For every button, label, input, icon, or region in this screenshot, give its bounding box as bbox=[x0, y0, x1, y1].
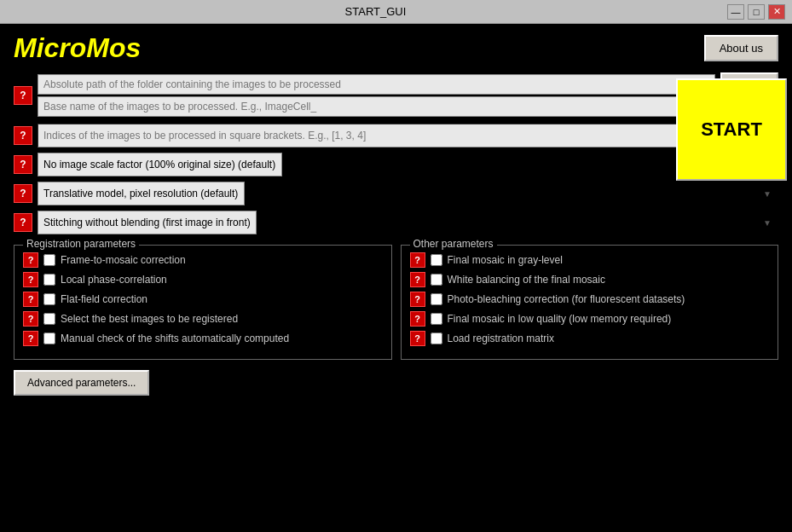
header-row: MicroMos About us bbox=[14, 32, 778, 64]
folder-help-button[interactable]: ? bbox=[14, 86, 32, 105]
scale-dropdown-wrapper: No image scale factor (100% original siz… bbox=[38, 153, 778, 176]
indices-input[interactable] bbox=[38, 124, 778, 147]
restore-button[interactable]: □ bbox=[748, 4, 765, 20]
model-dropdown-wrapper: Translative model, pixel resolution (def… bbox=[38, 182, 778, 205]
panels-area: Registration parameters ? Frame-to-mosai… bbox=[14, 245, 778, 360]
minimize-button[interactable]: — bbox=[727, 4, 744, 20]
reg-checkbox-0[interactable] bbox=[43, 254, 55, 266]
stitch-dropdown-wrapper: Stitching without blending (first image … bbox=[38, 211, 778, 234]
folder-browse-row: ? Browse bbox=[14, 72, 778, 119]
stitch-row: ? Stitching without blending (first imag… bbox=[14, 211, 778, 234]
titlebar-controls: — □ ✕ bbox=[727, 4, 785, 20]
scale-help-button[interactable]: ? bbox=[14, 155, 32, 174]
stitch-help-button[interactable]: ? bbox=[14, 213, 32, 232]
indices-row: ? bbox=[14, 124, 778, 147]
app-title: MicroMos bbox=[14, 32, 141, 64]
start-button[interactable]: START bbox=[676, 78, 787, 181]
reg-item-2: ? Flat-field correction bbox=[23, 292, 383, 307]
other-panel: Other parameters ? Final mosaic in gray-… bbox=[401, 245, 779, 360]
other-checkbox-3[interactable] bbox=[431, 313, 442, 325]
other-label-3: Final mosaic in low quality (low memory … bbox=[448, 313, 672, 325]
reg-label-0: Frame-to-mosaic correction bbox=[61, 254, 186, 266]
titlebar-title: START_GUI bbox=[24, 5, 727, 18]
base-name-input[interactable] bbox=[38, 96, 715, 117]
other-checkbox-0[interactable] bbox=[431, 254, 442, 266]
other-panel-title: Other parameters bbox=[410, 238, 497, 250]
other-item-3: ? Final mosaic in low quality (low memor… bbox=[410, 311, 770, 327]
indices-help-button[interactable]: ? bbox=[14, 126, 32, 145]
main-content: MicroMos About us ? Browse ? ? No image … bbox=[0, 24, 792, 532]
reg-item-1: ? Local phase-correlation bbox=[23, 272, 383, 287]
reg-help-2[interactable]: ? bbox=[23, 292, 38, 307]
reg-label-1: Local phase-correlation bbox=[61, 274, 167, 286]
reg-label-3: Select the best images to be registered bbox=[61, 313, 238, 325]
model-dropdown[interactable]: Translative model, pixel resolution (def… bbox=[38, 182, 245, 205]
other-item-4: ? Load registration matrix bbox=[410, 331, 770, 346]
other-checkbox-1[interactable] bbox=[431, 274, 442, 286]
path-inputs bbox=[38, 74, 715, 117]
scale-dropdown[interactable]: No image scale factor (100% original siz… bbox=[38, 153, 282, 176]
registration-panel-title: Registration parameters bbox=[23, 238, 139, 250]
reg-checkbox-1[interactable] bbox=[43, 274, 55, 286]
reg-item-0: ? Frame-to-mosaic correction bbox=[23, 252, 383, 268]
other-item-1: ? White balancing of the final mosaic bbox=[410, 272, 770, 287]
folder-path-input[interactable] bbox=[38, 74, 715, 95]
reg-help-0[interactable]: ? bbox=[23, 252, 38, 268]
reg-item-3: ? Select the best images to be registere… bbox=[23, 311, 383, 327]
other-checkbox-2[interactable] bbox=[431, 293, 442, 305]
reg-label-2: Flat-field correction bbox=[61, 293, 147, 305]
other-label-2: Photo-bleaching correction (for fluoresc… bbox=[448, 293, 685, 305]
other-label-4: Load registration matrix bbox=[448, 332, 554, 344]
close-button[interactable]: ✕ bbox=[768, 4, 785, 20]
about-button[interactable]: About us bbox=[704, 35, 778, 61]
titlebar: START_GUI — □ ✕ bbox=[0, 0, 792, 24]
other-help-2[interactable]: ? bbox=[410, 292, 425, 307]
other-help-0[interactable]: ? bbox=[410, 252, 425, 268]
other-help-1[interactable]: ? bbox=[410, 272, 425, 287]
scale-row: ? No image scale factor (100% original s… bbox=[14, 153, 778, 176]
reg-label-4: Manual check of the shifts automatically… bbox=[61, 332, 289, 344]
reg-checkbox-3[interactable] bbox=[43, 313, 55, 325]
reg-item-4: ? Manual check of the shifts automatical… bbox=[23, 331, 383, 346]
other-help-3[interactable]: ? bbox=[410, 311, 425, 327]
model-row: ? Translative model, pixel resolution (d… bbox=[14, 182, 778, 205]
other-help-4[interactable]: ? bbox=[410, 331, 425, 346]
other-item-2: ? Photo-bleaching correction (for fluore… bbox=[410, 292, 770, 307]
reg-checkbox-2[interactable] bbox=[43, 293, 55, 305]
other-item-0: ? Final mosaic in gray-level bbox=[410, 252, 770, 268]
other-checkbox-4[interactable] bbox=[431, 332, 442, 344]
other-label-1: White balancing of the final mosaic bbox=[448, 274, 605, 286]
reg-checkbox-4[interactable] bbox=[43, 332, 55, 344]
reg-help-4[interactable]: ? bbox=[23, 331, 38, 346]
reg-help-1[interactable]: ? bbox=[23, 272, 38, 287]
model-help-button[interactable]: ? bbox=[14, 184, 32, 203]
registration-panel: Registration parameters ? Frame-to-mosai… bbox=[14, 245, 392, 360]
advanced-parameters-button[interactable]: Advanced parameters... bbox=[14, 370, 149, 396]
reg-help-3[interactable]: ? bbox=[23, 311, 38, 327]
stitch-dropdown[interactable]: Stitching without blending (first image … bbox=[38, 211, 257, 234]
other-label-0: Final mosaic in gray-level bbox=[448, 254, 563, 266]
